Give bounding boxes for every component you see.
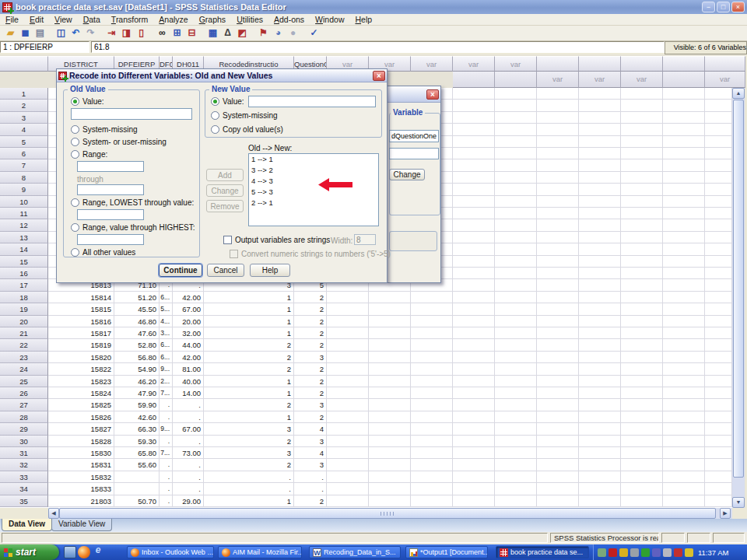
data-cell[interactable] xyxy=(537,292,579,303)
data-cell[interactable] xyxy=(369,339,411,351)
data-cell[interactable]: 47.60 xyxy=(114,327,160,339)
column-header-var[interactable]: var xyxy=(621,72,663,88)
data-cell[interactable]: 2 xyxy=(204,399,294,411)
data-cell[interactable] xyxy=(705,411,732,423)
data-cell[interactable] xyxy=(327,399,369,411)
row-number[interactable]: 26 xyxy=(0,387,48,399)
data-cell[interactable] xyxy=(663,411,705,423)
copy-old-values-radio[interactable] xyxy=(211,125,219,134)
data-cell[interactable] xyxy=(495,292,537,303)
data-cell[interactable] xyxy=(705,219,732,231)
data-cell[interactable] xyxy=(663,232,705,243)
data-cell[interactable] xyxy=(705,327,732,339)
data-cell[interactable] xyxy=(579,208,621,219)
data-cell[interactable] xyxy=(453,399,495,411)
data-cell[interactable] xyxy=(663,352,705,363)
data-cell[interactable] xyxy=(453,208,495,219)
data-cell[interactable] xyxy=(579,303,621,315)
data-cell[interactable]: 54.90 xyxy=(114,363,160,375)
dialog-recall-icon[interactable]: ◫ xyxy=(54,26,68,40)
data-cell[interactable]: 46.80 xyxy=(114,316,160,327)
data-cell[interactable] xyxy=(327,447,369,459)
data-cell[interactable]: 42.60 xyxy=(114,411,160,423)
tab-data-view[interactable]: Data View xyxy=(2,519,52,531)
data-cell[interactable]: 51.20 xyxy=(114,292,160,303)
menu-utilities[interactable]: Utilities xyxy=(231,15,268,24)
data-cell[interactable] xyxy=(495,88,537,100)
row-number[interactable]: 6 xyxy=(0,148,48,159)
data-cell[interactable] xyxy=(705,495,732,507)
data-cell[interactable]: 9... xyxy=(160,423,173,435)
volume-icon[interactable] xyxy=(630,548,639,557)
mapping-list-item[interactable]: 2 --> 1 xyxy=(249,198,378,208)
data-cell[interactable]: 15831 xyxy=(48,459,114,471)
data-cell[interactable] xyxy=(579,159,621,171)
data-cell[interactable]: . xyxy=(160,436,173,447)
data-cell[interactable]: 21803 xyxy=(48,495,114,507)
data-cell[interactable] xyxy=(537,436,579,447)
data-cell[interactable] xyxy=(579,136,621,148)
data-cell[interactable] xyxy=(537,447,579,459)
data-cell[interactable] xyxy=(705,459,732,471)
row-number[interactable]: 19 xyxy=(0,303,48,315)
data-cell[interactable] xyxy=(114,483,160,495)
help-button[interactable]: Help xyxy=(250,264,290,277)
data-cell[interactable] xyxy=(705,184,732,195)
data-cell[interactable] xyxy=(705,376,732,387)
data-cell[interactable] xyxy=(495,352,537,363)
row-number[interactable]: 34 xyxy=(0,483,48,495)
data-cell[interactable]: 2 xyxy=(294,292,327,303)
data-cell[interactable] xyxy=(579,292,621,303)
data-cell[interactable] xyxy=(411,436,453,447)
data-cell[interactable]: 15817 xyxy=(48,327,114,339)
data-cell[interactable] xyxy=(411,352,453,363)
data-cell[interactable] xyxy=(369,399,411,411)
scroll-right-button[interactable]: ▶ xyxy=(720,508,731,519)
data-cell[interactable] xyxy=(537,483,579,495)
old-all-other-radio[interactable] xyxy=(71,248,79,257)
data-cell[interactable] xyxy=(495,112,537,124)
data-cell[interactable] xyxy=(495,172,537,184)
old-value-input[interactable] xyxy=(71,108,192,120)
data-cell[interactable]: . xyxy=(160,471,173,483)
data-cell[interactable] xyxy=(621,136,663,148)
data-cell[interactable] xyxy=(537,136,579,148)
row-number[interactable]: 31 xyxy=(0,447,48,459)
column-header-var[interactable]: var xyxy=(705,72,745,88)
data-cell[interactable]: 59.90 xyxy=(114,399,160,411)
data-cell[interactable] xyxy=(369,363,411,375)
data-cell[interactable] xyxy=(705,136,732,148)
row-number[interactable]: 22 xyxy=(0,339,48,351)
data-cell[interactable]: 15823 xyxy=(48,376,114,387)
data-cell[interactable] xyxy=(621,112,663,124)
data-cell[interactable] xyxy=(663,279,705,291)
data-cell[interactable]: . xyxy=(173,436,204,447)
data-cell[interactable] xyxy=(495,376,537,387)
data-cell[interactable]: 42.00 xyxy=(173,292,204,303)
data-cell[interactable] xyxy=(579,219,621,231)
data-cell[interactable]: 52.80 xyxy=(114,339,160,351)
data-cell[interactable] xyxy=(537,159,579,171)
data-cell[interactable] xyxy=(369,316,411,327)
minimize-button[interactable]: − xyxy=(702,2,715,12)
data-cell[interactable] xyxy=(327,303,369,315)
data-cell[interactable]: 7... xyxy=(160,387,173,399)
data-cell[interactable] xyxy=(537,316,579,327)
column-header-var[interactable] xyxy=(621,56,663,72)
data-cell[interactable] xyxy=(537,363,579,375)
data-cell[interactable] xyxy=(705,387,732,399)
data-cell[interactable] xyxy=(495,279,537,291)
data-cell[interactable]: 15828 xyxy=(48,436,114,447)
data-cell[interactable] xyxy=(453,387,495,399)
display-settings-icon[interactable] xyxy=(652,548,661,557)
mapping-list-item[interactable]: 5 --> 3 xyxy=(249,187,378,198)
data-cell[interactable] xyxy=(621,423,663,435)
data-cell[interactable]: . xyxy=(160,459,173,471)
convert-strings-checkbox[interactable] xyxy=(230,250,238,258)
data-cell[interactable] xyxy=(579,88,621,100)
new-value-radio[interactable] xyxy=(211,97,219,106)
data-cell[interactable] xyxy=(621,471,663,483)
row-number[interactable]: 20 xyxy=(0,316,48,327)
data-cell[interactable] xyxy=(579,436,621,447)
data-cell[interactable] xyxy=(453,471,495,483)
